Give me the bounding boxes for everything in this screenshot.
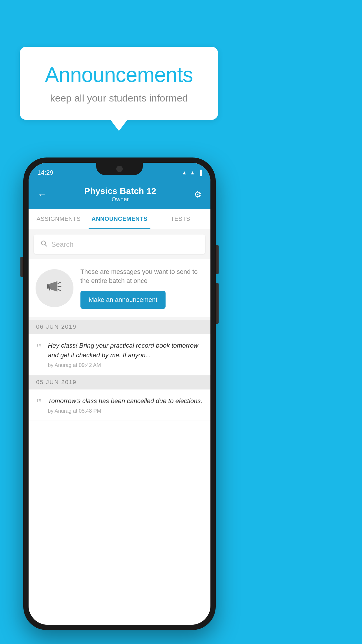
tab-announcements[interactable]: ANNOUNCEMENTS xyxy=(89,209,150,229)
quote-icon-1: " xyxy=(36,342,42,354)
announcement-text-2: Tomorrow's class has been cancelled due … xyxy=(48,396,203,406)
phone-outer: 14:29 ▲ ▲ ▐ ← Physics Batch 12 Owner ⚙ A… xyxy=(23,158,216,630)
search-placeholder: Search xyxy=(51,240,73,249)
status-time: 14:29 xyxy=(37,169,53,176)
signal-icon: ▲ xyxy=(190,170,195,176)
side-button-left xyxy=(20,257,23,277)
svg-rect-3 xyxy=(47,284,49,289)
announcement-text-1: Hey class! Bring your practical record b… xyxy=(48,341,203,360)
side-button-right-2 xyxy=(216,283,219,324)
make-announcement-button[interactable]: Make an announcement xyxy=(80,291,166,309)
settings-icon[interactable]: ⚙ xyxy=(194,189,202,200)
back-button[interactable]: ← xyxy=(37,189,47,200)
bubble-title: Announcements xyxy=(37,63,201,87)
search-bar[interactable]: Search xyxy=(34,235,205,254)
megaphone-icon xyxy=(46,278,63,299)
svg-line-7 xyxy=(58,289,60,290)
wifi-icon: ▲ xyxy=(182,170,187,176)
announcement-item-2[interactable]: " Tomorrow's class has been cancelled du… xyxy=(29,390,210,421)
announcement-item-1[interactable]: " Hey class! Bring your practical record… xyxy=(29,334,210,375)
quote-icon-2: " xyxy=(36,397,42,409)
notch xyxy=(96,163,143,175)
speech-bubble: Announcements keep all your students inf… xyxy=(20,47,218,120)
tab-tests[interactable]: TESTS xyxy=(150,209,210,229)
search-icon xyxy=(40,240,47,249)
svg-rect-4 xyxy=(49,286,50,290)
top-bar-center: Physics Batch 12 Owner xyxy=(84,186,156,203)
announcement-content-2: Tomorrow's class has been cancelled due … xyxy=(48,396,203,414)
content-area: Search xyxy=(29,229,210,421)
svg-marker-2 xyxy=(49,281,57,292)
status-icons: ▲ ▲ ▐ xyxy=(182,170,202,176)
date-separator-2: 05 JUN 2019 xyxy=(29,375,210,389)
svg-line-1 xyxy=(45,245,47,246)
camera xyxy=(116,166,123,172)
announcement-content-1: Hey class! Bring your practical record b… xyxy=(48,341,203,368)
announcement-meta-1: by Anurag at 09:42 AM xyxy=(48,362,203,368)
promo-text: These are messages you want to send to t… xyxy=(80,267,203,286)
speech-bubble-container: Announcements keep all your students inf… xyxy=(20,47,218,120)
svg-line-5 xyxy=(58,282,60,284)
owner-label: Owner xyxy=(84,196,156,203)
promo-right: These are messages you want to send to t… xyxy=(80,267,203,309)
top-bar: ← Physics Batch 12 Owner ⚙ xyxy=(29,180,210,209)
battery-icon: ▐ xyxy=(198,170,202,176)
date-separator-1: 06 JUN 2019 xyxy=(29,320,210,334)
announcement-meta-2: by Anurag at 05:48 PM xyxy=(48,408,203,414)
tabs: ASSIGNMENTS ANNOUNCEMENTS TESTS xyxy=(29,209,210,229)
promo-icon-circle xyxy=(36,269,73,307)
phone-container: 14:29 ▲ ▲ ▐ ← Physics Batch 12 Owner ⚙ A… xyxy=(23,158,216,630)
announcement-promo: These are messages you want to send to t… xyxy=(29,259,210,317)
phone-screen: 14:29 ▲ ▲ ▐ ← Physics Batch 12 Owner ⚙ A… xyxy=(29,163,210,625)
tab-assignments[interactable]: ASSIGNMENTS xyxy=(29,209,89,229)
side-button-right-1 xyxy=(216,245,219,274)
batch-title: Physics Batch 12 xyxy=(84,186,156,196)
bubble-subtitle: keep all your students informed xyxy=(37,92,201,104)
